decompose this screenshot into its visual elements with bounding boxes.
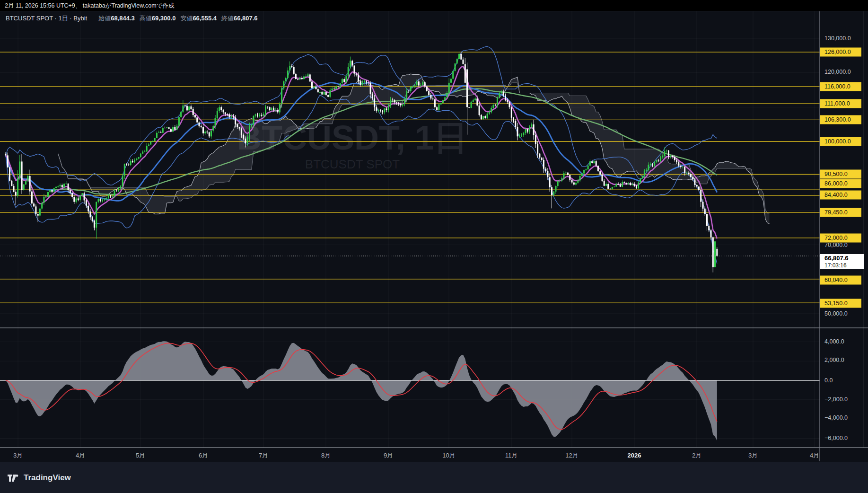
price-level-badge-8: 79,450.0 [820,208,861,217]
price-level-badge-6: 86,000.0 [820,179,861,188]
ichimoku-cloud [58,74,770,224]
last-price-time: 17:03:16 [824,262,864,269]
time-axis-label-12: 3月 [748,450,758,461]
price-level-badge-1: 116,000.0 [820,82,861,91]
ohlc-label-1: 高値 [140,15,152,22]
time-axis-label-0: 3月 [13,450,23,461]
symbol-legend[interactable]: BTCUSDT SPOT · 1日 · Bybit始値68,844.3高値69,… [6,14,258,23]
time-axis-label-9: 12月 [565,450,578,461]
ohlc-value-2: 66,555.4 [193,15,217,22]
tradingview-logo[interactable]: TradingView [8,473,71,483]
ohlc-label-2: 安値 [180,15,193,22]
time-axis-label-10: 2026 [628,450,641,461]
price-level-badge-0: 126,000.0 [820,48,861,57]
macd-axis-label-2: 0.0 [824,377,833,384]
macd-area [6,341,717,440]
bottom-toolbar-strip: TradingView [0,462,868,493]
macd-axis-label-0: 4,000.0 [824,338,844,345]
time-axis-label-1: 4月 [76,450,85,461]
price-level-badge-4: 100,000.0 [820,137,861,146]
price-level-badge-11: 53,150.0 [820,299,861,308]
price-label-gray-1: 120,000.0 [824,69,851,75]
last-price-badge: 66,807.6 17:03:16 [820,254,864,269]
time-axis-label-6: 9月 [384,450,393,461]
legend-symbol-title[interactable]: BTCUSDT SPOT · 1日 · Bybit [6,15,87,22]
ohlc-value-3: 66,807.6 [234,15,258,22]
time-axis-label-7: 10月 [442,450,455,461]
price-level-badge-3: 106,300.0 [820,115,861,124]
price-label-gray-3: 50,000.0 [824,310,848,317]
macd-axis-label-4: −4,000.0 [824,414,848,421]
ohlc-label-0: 始値 [98,15,111,22]
time-axis-label-3: 6月 [199,450,208,461]
chart-canvas[interactable] [0,0,868,493]
tradingview-logo-text: TradingView [24,473,71,483]
price-level-badge-7: 84,400.0 [820,191,861,200]
tradingview-chart-window: 2月 11, 2026 15:56 UTC+9、 takatabaがTradin… [0,0,868,493]
tradingview-logo-icon [8,475,20,482]
ohlc-label-3: 終値 [221,15,234,22]
ohlc-value-1: 69,300.0 [152,15,176,22]
price-level-badge-2: 111,000.0 [820,99,861,108]
price-level-badge-9: 72,000.0 [820,234,861,243]
price-label-gray-2: 70,000.0 [824,242,848,248]
time-axis-label-13: 4月 [810,450,819,461]
price-label-gray-0: 130,000.0 [824,35,851,42]
macd-axis-label-5: −6,000.0 [824,435,848,441]
time-axis-label-11: 2月 [692,450,701,461]
time-axis-label-4: 7月 [259,450,268,461]
price-level-badge-5: 90,500.0 [820,170,861,179]
legend-ohlc-values: 始値68,844.3高値69,300.0安値66,555.4終値66,807.6 [94,15,257,22]
macd-axis-label-1: 2,000.0 [824,357,844,363]
price-level-badge-10: 60,040.0 [820,276,861,285]
ohlc-value-0: 68,844.3 [111,15,135,22]
macd-axis-label-3: −2,000.0 [824,396,848,403]
time-axis-label-5: 8月 [321,450,331,461]
time-axis-label-2: 5月 [136,450,145,461]
time-axis-label-8: 11月 [505,450,518,461]
last-price-value: 66,807.6 [824,254,864,262]
